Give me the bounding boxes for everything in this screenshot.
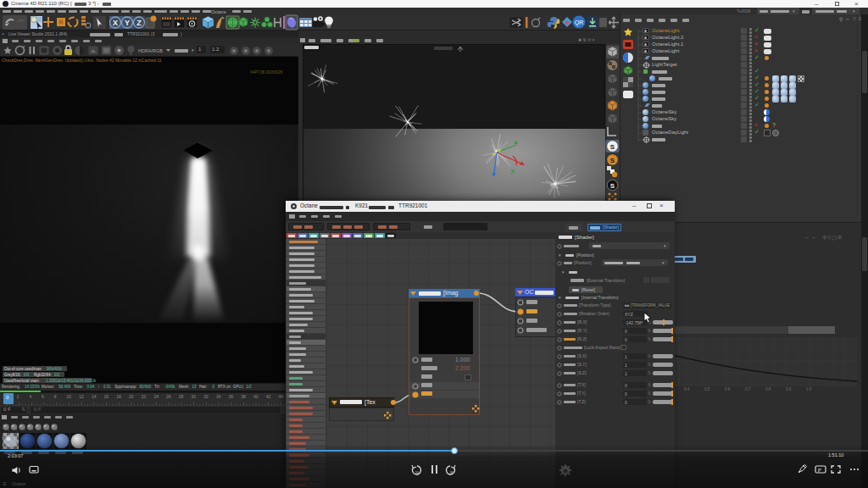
- svg-text:Y: Y: [125, 19, 130, 27]
- svg-text:S: S: [610, 143, 615, 151]
- svg-text:30: 30: [450, 470, 454, 474]
- svg-text:X: X: [113, 19, 118, 27]
- svg-text:10: 10: [415, 470, 420, 474]
- svg-text:S: S: [610, 157, 615, 164]
- svg-text:HDRA/RGB: HDRA/RGB: [138, 48, 163, 53]
- svg-text:S: S: [610, 182, 615, 190]
- svg-text:Z: Z: [136, 19, 142, 27]
- svg-text:QR: QR: [575, 19, 584, 26]
